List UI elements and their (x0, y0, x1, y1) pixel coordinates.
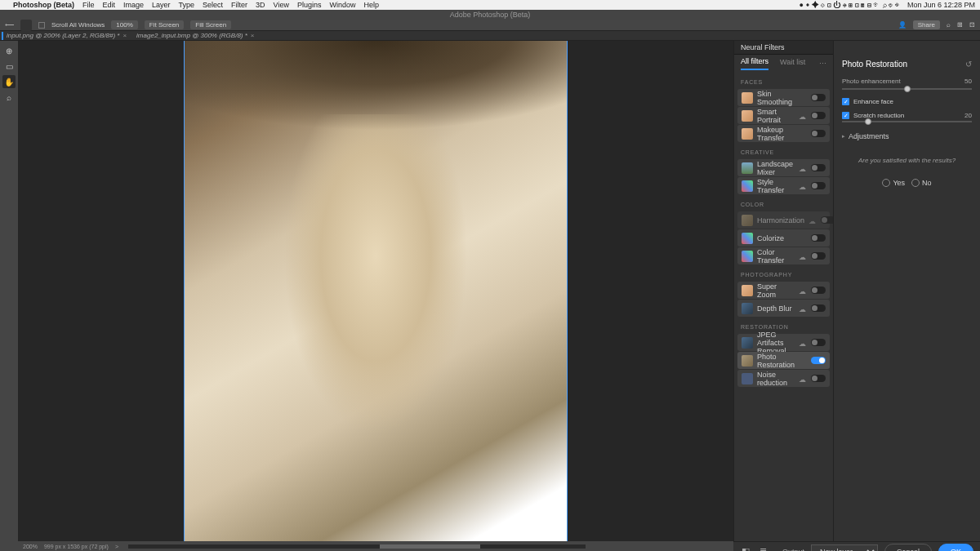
filter-toggle[interactable] (811, 287, 826, 294)
enhance-face-checkbox[interactable]: ✓ (842, 98, 849, 105)
filter-item-noise-reduction[interactable]: Noise reduction☁ (737, 370, 830, 387)
user-icon[interactable]: 👤 (898, 21, 906, 29)
scrollbar-thumb[interactable] (380, 544, 480, 549)
tab-all-filters[interactable]: All filters (741, 57, 768, 70)
menu-window[interactable]: Window (330, 1, 356, 9)
filter-item-style-transfer[interactable]: Style Transfer☁ (737, 177, 830, 194)
enhance-slider[interactable] (842, 88, 972, 90)
tool-zoom[interactable]: ⌕ (2, 91, 16, 104)
menu-image[interactable]: Image (123, 1, 144, 9)
filter-name: Noise reduction (757, 371, 795, 387)
filter-thumb (742, 337, 753, 349)
menu-select[interactable]: Select (203, 1, 223, 9)
menu-filter[interactable]: Filter (231, 1, 247, 9)
menu-plugins[interactable]: Plugins (297, 1, 322, 9)
scroll-all-checkbox[interactable] (38, 22, 45, 29)
scroll-all-label: Scroll All Windows (51, 21, 105, 29)
settings-title: Photo Restoration (842, 60, 907, 69)
doc-tab-1[interactable]: image2_input.bmp @ 300% (RGB/8) *× (131, 32, 259, 39)
status-zoom[interactable]: 200% (23, 544, 38, 549)
feedback-yes[interactable]: Yes (882, 179, 905, 187)
panel-toggle-icon[interactable]: ⊡ (969, 21, 975, 29)
cancel-button[interactable]: Cancel (884, 544, 932, 552)
adjustments-accordion[interactable]: ▸ Adjustments (834, 127, 980, 145)
filter-toggle[interactable] (811, 164, 826, 171)
filter-item-super-zoom[interactable]: Super Zoom☁ (737, 282, 830, 299)
filter-item-jpeg-artifacts-removal[interactable]: JPEG Artifacts Removal☁ (737, 334, 830, 351)
filter-item-colorize[interactable]: Colorize (737, 229, 830, 247)
filter-toggle[interactable] (811, 234, 826, 242)
slider-thumb[interactable] (904, 86, 911, 92)
menu-help[interactable]: Help (364, 1, 380, 9)
menu-layer[interactable]: Layer (152, 1, 171, 9)
filter-item-skin-smoothing[interactable]: Skin Smoothing (737, 89, 830, 106)
tool-move[interactable]: ⊕ (2, 44, 16, 57)
scratch-checkbox[interactable]: ✓ (842, 112, 849, 119)
filter-toggle[interactable] (811, 375, 826, 382)
filter-toggle[interactable] (811, 304, 826, 312)
output-select[interactable]: New layer (811, 544, 878, 552)
filter-toggle[interactable] (811, 130, 826, 137)
menu-view[interactable]: View (274, 1, 289, 9)
horizontal-scrollbar[interactable] (128, 544, 586, 549)
ok-button[interactable]: OK (938, 544, 973, 552)
menu-type[interactable]: Type (179, 1, 195, 9)
workspace-icon[interactable]: ⊞ (957, 21, 963, 29)
filter-item-photo-restoration[interactable]: Photo Restoration (737, 352, 830, 369)
filter-toggle[interactable] (811, 94, 826, 101)
search-icon[interactable]: ⌕ (947, 21, 951, 29)
feedback-no[interactable]: No (911, 179, 932, 187)
scratch-label: Scratch reduction (853, 112, 904, 119)
filter-toggle[interactable] (811, 357, 826, 364)
filter-item-depth-blur[interactable]: Depth Blur☁ (737, 300, 830, 317)
close-icon[interactable]: × (251, 32, 255, 39)
options-bar: ⟵ Scroll All Windows 100% Fit Screen Fil… (0, 20, 980, 31)
menubar-clock[interactable]: Mon Jun 6 12:28 PM (907, 1, 975, 9)
filter-toggle[interactable] (821, 216, 833, 224)
filter-thumb (742, 215, 753, 226)
filter-item-color-transfer[interactable]: Color Transfer☁ (737, 247, 830, 264)
filter-name: Style Transfer (757, 178, 795, 194)
filter-toggle[interactable] (811, 182, 826, 189)
filter-toggle[interactable] (811, 252, 826, 260)
status-chevron[interactable]: > (115, 544, 118, 549)
layers-icon[interactable]: ≣ (758, 546, 769, 552)
filter-item-smart-portrait[interactable]: Smart Portrait☁ (737, 107, 830, 124)
dialog-bottom-bar: ◧ ≣ Output New layer Cancel OK (733, 541, 980, 551)
menubar-status-icons: ● ◆ ✦ ⊙ ⊡ ⏻ ⊕ ⊞ ⊡ ▦ ⊟ ᯤ ⌕ ⊜ ◉ (799, 1, 898, 9)
tool-marquee[interactable]: ▭ (2, 60, 16, 73)
doc-tab-0[interactable]: input.png @ 200% (Layer 2, RGB/8#) *× (2, 32, 131, 39)
filter-thumb (742, 285, 753, 296)
filter-item-harmonization[interactable]: Harmonization☁ (737, 211, 830, 229)
tool-hand[interactable]: ✋ (2, 75, 16, 88)
tab-wait-list[interactable]: Wait list (780, 58, 805, 69)
menu-edit[interactable]: Edit (103, 1, 116, 9)
cloud-icon: ☁ (799, 287, 805, 294)
home-icon[interactable]: ⟵ (5, 21, 14, 29)
filter-toggle[interactable] (811, 112, 826, 119)
filter-item-makeup-transfer[interactable]: Makeup Transfer (737, 125, 830, 142)
filter-item-landscape-mixer[interactable]: Landscape Mixer☁ (737, 159, 830, 176)
filter-toggle[interactable] (811, 339, 826, 346)
reset-icon[interactable]: ↺ (965, 60, 972, 69)
fit-screen-button[interactable]: Fit Screen (145, 20, 184, 29)
fill-screen-button[interactable]: Fill Screen (190, 20, 231, 29)
menu-3d[interactable]: 3D (256, 1, 265, 9)
close-icon[interactable]: × (122, 32, 127, 39)
preview-toggle-icon[interactable]: ◧ (740, 546, 751, 552)
canvas-image (184, 41, 568, 541)
scratch-slider[interactable] (842, 121, 972, 122)
slider-thumb[interactable] (865, 118, 871, 125)
output-label: Output (782, 548, 804, 552)
filter-thumb (742, 92, 753, 104)
current-tool-icon[interactable] (20, 20, 32, 31)
app-name[interactable]: Photoshop (Beta) (13, 1, 74, 9)
zoom-percent[interactable]: 100% (111, 20, 137, 29)
panel-menu-icon[interactable]: ⋯ (819, 60, 826, 68)
canvas-area[interactable] (18, 41, 733, 541)
menu-file[interactable]: File (82, 1, 95, 9)
filter-name: Depth Blur (757, 304, 792, 313)
cloud-icon: ☁ (799, 340, 805, 346)
share-button[interactable]: Share (913, 20, 940, 29)
filter-name: Smart Portrait (757, 108, 795, 124)
